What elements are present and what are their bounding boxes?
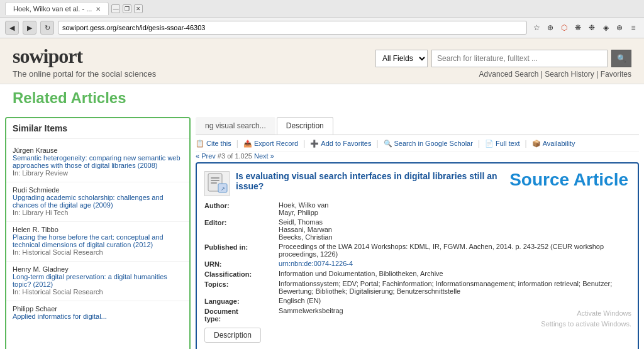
browser-controls: ◀ ▶ ↻ ☆ ⊕ ⬡ ❋ ❉ ◈ ⊛ ≡ xyxy=(0,18,644,38)
sidebar-items: Jürgen Krause Semantic heterogeneity: co… xyxy=(6,139,189,329)
scholar-icon: 🔍 xyxy=(384,140,392,148)
article-icon: ↗ xyxy=(204,171,230,196)
ext2-icon[interactable]: ❉ xyxy=(586,22,597,33)
article-actions: 📋 Cite this | 📤 Export Record | ➕ Add to… xyxy=(196,135,639,152)
browser-tab[interactable]: Hoek, Wilko van et al. - ... ✕ xyxy=(5,2,109,15)
sidebar-item-title[interactable]: Upgrading academic scholarship: challeng… xyxy=(13,194,183,209)
list-item: Henry M. Gladney Long-term digital prese… xyxy=(6,262,189,301)
field-select[interactable]: All Fields xyxy=(375,50,428,67)
list-item: Rudi Schmiede Upgrading academic scholar… xyxy=(6,182,189,222)
availability-label: Availability xyxy=(543,140,575,147)
sidebar-header: Similar Items xyxy=(6,118,189,139)
ext3-icon[interactable]: ◈ xyxy=(600,22,611,33)
published-label: Published in: xyxy=(204,243,274,258)
urn-label: URN: xyxy=(204,260,274,268)
header-right: All Fields 🔍 Advanced Search | Search Hi… xyxy=(375,45,631,79)
export-label: Export Record xyxy=(254,140,298,147)
office-icon[interactable]: ⬡ xyxy=(558,22,570,33)
advanced-search-link[interactable]: Advanced Search xyxy=(479,70,539,79)
next-link[interactable]: Next » xyxy=(254,152,274,160)
tab-close-btn[interactable]: ✕ xyxy=(96,6,101,13)
search-links: Advanced Search | Search History | Favor… xyxy=(479,70,631,79)
sidebar-item-title[interactable]: Long-term digital preservation: a digita… xyxy=(13,273,183,288)
reload-btn[interactable]: ↻ xyxy=(40,21,54,35)
doctype-label: Documenttype: xyxy=(204,307,274,323)
browser-chrome: Hoek, Wilko van et al. - ... ✕ — ❐ ✕ ◀ ▶… xyxy=(0,0,644,38)
language-value: Englisch (EN) xyxy=(279,297,630,305)
windows-watermark: Activate Windows Settings to activate Wi… xyxy=(541,308,631,330)
description-tab-btn[interactable]: Description xyxy=(204,328,261,343)
prev-link[interactable]: « Prev xyxy=(196,152,216,160)
classification-value: Information und Dokumentation, Bibliothe… xyxy=(279,270,630,278)
fulltext-icon: 📄 xyxy=(485,140,494,148)
header-top: sowiport The online portal for the socia… xyxy=(13,45,631,79)
search-button[interactable]: 🔍 xyxy=(611,50,631,67)
tabs-area: ng visual search... Description xyxy=(196,117,639,135)
sidebar-item-meta: In: Library Hi Tech xyxy=(13,209,183,216)
list-item: Helen R. Tibbo Placing the horse before … xyxy=(6,222,189,262)
search-history-link[interactable]: Search History xyxy=(545,70,594,79)
editor-value: Seidl, Thomas Hassani, Marwan Beecks, Ch… xyxy=(279,218,630,241)
window-close-btn[interactable]: ✕ xyxy=(134,4,143,13)
window-minimize-btn[interactable]: — xyxy=(111,4,120,13)
tab-description[interactable]: Description xyxy=(277,117,333,135)
browser-title-bar: Hoek, Wilko van et al. - ... ✕ — ❐ ✕ xyxy=(0,0,644,18)
nav-item-count: #3 of 1.025 xyxy=(218,152,252,160)
article-fields: Author: Hoek, Wilko van Mayr, Philipp Ed… xyxy=(204,201,630,323)
tab-title: Hoek, Wilko van et al. - ... xyxy=(13,5,92,13)
export-record-btn[interactable]: 📤 Export Record xyxy=(243,140,298,148)
author-value: Hoek, Wilko van Mayr, Philipp xyxy=(279,201,630,216)
availability-btn[interactable]: 📦 Availability xyxy=(532,140,575,148)
scholar-label: Search in Google Scholar xyxy=(394,140,473,147)
logo-area: sowiport The online portal for the socia… xyxy=(13,45,156,79)
full-text-btn[interactable]: 📄 Full text xyxy=(485,140,520,148)
svg-rect-1 xyxy=(211,177,219,179)
export-icon: 📤 xyxy=(243,140,252,148)
browser-action-icons: ☆ ⊕ ⬡ ❋ ❉ ◈ ⊛ ≡ xyxy=(531,22,639,33)
fulltext-label: Full text xyxy=(496,140,520,147)
star-icon[interactable]: ☆ xyxy=(531,22,542,33)
sidebar-item-title[interactable]: Semantic heterogeneity: comparing new se… xyxy=(13,154,183,169)
description-section: Description DE: Although various visual … xyxy=(204,328,630,349)
tab-visual-search[interactable]: ng visual search... xyxy=(196,117,275,135)
svg-rect-3 xyxy=(211,182,217,184)
sidebar-item-meta: In: Historical Social Research xyxy=(13,288,183,296)
svg-text:↗: ↗ xyxy=(221,186,225,192)
favorites-label: Add to Favorites xyxy=(321,140,371,147)
sidebar-item-meta: In: Library Review xyxy=(13,169,183,177)
availability-icon: 📦 xyxy=(532,140,541,148)
forward-btn[interactable]: ▶ xyxy=(23,21,36,35)
list-item: Jürgen Krause Semantic heterogeneity: co… xyxy=(6,143,189,182)
author-label: Author: xyxy=(204,201,274,216)
ext1-icon[interactable]: ❋ xyxy=(572,22,584,33)
cite-this-btn[interactable]: 📋 Cite this xyxy=(196,140,231,148)
ext5-icon[interactable]: ≡ xyxy=(628,22,639,33)
add-to-favorites-btn[interactable]: ➕ Add to Favorites xyxy=(310,140,371,148)
logo-text: sowiport xyxy=(13,45,156,68)
sidebar-item-author: Henry M. Gladney xyxy=(13,265,183,273)
bookmark-icon[interactable]: ⊕ xyxy=(545,22,556,33)
address-bar[interactable] xyxy=(58,21,527,35)
urn-value[interactable]: urn:nbn:de:0074-1226-4 xyxy=(279,260,630,268)
favorites-icon: ➕ xyxy=(310,140,319,148)
list-item: Philipp Schaer Applied informatics for d… xyxy=(6,301,189,325)
sidebar-item-title[interactable]: Placing the horse before the cart: conce… xyxy=(13,233,183,248)
related-articles-title: Related Articles xyxy=(0,84,644,112)
sidebar-item-author: Philipp Schaer xyxy=(13,305,183,313)
sidebar-item-author: Rudi Schmiede xyxy=(13,186,183,194)
left-sidebar: Similar Items Jürgen Krause Semantic het… xyxy=(5,117,191,349)
window-restore-btn[interactable]: ❐ xyxy=(123,4,131,13)
google-scholar-btn[interactable]: 🔍 Search in Google Scholar xyxy=(384,140,473,148)
language-label: Language: xyxy=(204,297,274,305)
description-text: DE: Although various visual interfaces f… xyxy=(204,346,630,349)
sidebar-item-title[interactable]: Applied informatics for digital... xyxy=(13,313,183,320)
sowiport-header: sowiport The online portal for the socia… xyxy=(0,38,644,84)
search-input[interactable] xyxy=(431,50,608,67)
sidebar-item-author: Jürgen Krause xyxy=(13,147,183,154)
watermark-line1: Activate Windows xyxy=(541,308,631,319)
back-btn[interactable]: ◀ xyxy=(5,21,19,35)
topics-label: Topics: xyxy=(204,280,274,295)
favorites-link[interactable]: Favorites xyxy=(601,70,631,79)
ext4-icon[interactable]: ⊛ xyxy=(614,22,625,33)
svg-rect-2 xyxy=(211,180,219,181)
